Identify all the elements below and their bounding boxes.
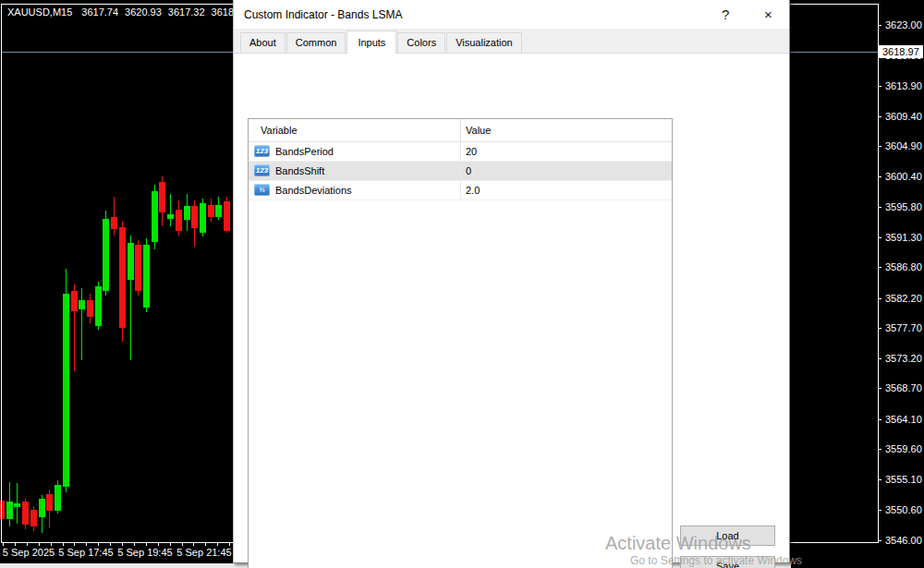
price-tick [879, 146, 881, 147]
price-tick-label: 3586.80 [885, 260, 922, 273]
candle [152, 191, 158, 242]
time-tick [146, 543, 147, 546]
time-tick-label: 5 Sep 17:45 [58, 547, 113, 558]
time-tick [63, 543, 64, 546]
candle [135, 245, 141, 291]
candle [6, 502, 13, 519]
time-tick-label: 5 Sep 21:45 [176, 547, 231, 558]
column-divider [460, 119, 461, 141]
price-tick [879, 449, 881, 450]
row-column-divider [460, 181, 461, 199]
time-tick [3, 543, 4, 546]
candle [191, 206, 198, 229]
candle [167, 214, 174, 219]
fraction-param-icon: ½ [254, 184, 270, 196]
time-tick [122, 543, 123, 546]
high-value: 3620.93 [125, 6, 162, 18]
price-tick-label: 3609.40 [885, 110, 922, 123]
time-tick [27, 543, 28, 546]
price-tick [879, 510, 881, 511]
param-row[interactable]: 123BandsPeriod20 [249, 142, 672, 162]
time-tick [217, 543, 218, 546]
time-tick [98, 543, 99, 546]
time-tick [86, 543, 87, 546]
time-tick [229, 543, 230, 546]
price-tick [879, 207, 881, 208]
price-tick [879, 116, 881, 117]
column-header-variable: Variable [261, 125, 298, 136]
price-tick [879, 419, 881, 420]
help-button[interactable]: ? [722, 6, 729, 22]
price-tick [879, 267, 881, 268]
tab-inputs[interactable]: Inputs [346, 30, 396, 54]
price-tick [879, 479, 881, 480]
price-tick-label: 3555.10 [885, 473, 922, 486]
candle [159, 182, 165, 212]
price-tick [879, 358, 881, 359]
candle [143, 245, 150, 308]
chart-ohlc-header: XAUUSD,M153617.743620.933617.323618.97 [7, 6, 254, 18]
candle [22, 502, 29, 525]
candle [176, 210, 182, 231]
price-tick-label: 3613.90 [885, 79, 922, 92]
time-tick [134, 543, 135, 546]
param-value-cell[interactable]: 0 [466, 165, 471, 176]
close-icon[interactable]: × [764, 6, 772, 22]
param-row[interactable]: ½BandsDeviations2.0 [249, 181, 672, 200]
time-tick [182, 543, 183, 546]
time-tick [74, 543, 75, 546]
dialog-titlebar[interactable]: Custom Indicator - Bands LSMA ? × [234, 0, 789, 29]
time-tick [170, 543, 171, 546]
price-tick-label: 3577.70 [885, 321, 922, 334]
open-value: 3617.74 [81, 6, 118, 18]
tab-common[interactable]: Common [286, 32, 346, 53]
price-tick [879, 388, 881, 389]
price-tick [879, 25, 881, 26]
price-tick-label: 3546.00 [885, 534, 922, 547]
tab-about[interactable]: About [240, 32, 286, 53]
integer-param-icon: 123 [254, 145, 270, 157]
candle [95, 286, 102, 327]
candle [87, 300, 93, 317]
price-tick-label: 3591.30 [885, 231, 922, 244]
candle [215, 205, 222, 217]
current-price-badge: 3618.97 [879, 45, 923, 58]
param-row[interactable]: 123BandsShift0 [249, 162, 672, 181]
dialog-title: Custom Indicator - Bands LSMA [244, 8, 402, 21]
tab-visualization[interactable]: Visualization [446, 32, 522, 53]
row-column-divider [460, 162, 461, 180]
integer-param-icon: 123 [254, 164, 270, 176]
load-button[interactable]: Load [680, 526, 775, 546]
price-tick-label: 3600.40 [885, 170, 922, 183]
param-value-cell[interactable]: 20 [466, 146, 477, 157]
symbol-timeframe-label: XAUUSD,M15 [7, 6, 72, 18]
price-tick-label: 3568.70 [885, 381, 922, 394]
candle [63, 294, 69, 487]
candle [111, 217, 117, 229]
tab-colors[interactable]: Colors [397, 32, 445, 53]
candle [30, 510, 37, 526]
candle [79, 300, 85, 309]
candle [184, 206, 190, 220]
save-button[interactable]: Save [680, 556, 775, 568]
candle [39, 499, 45, 517]
candle [103, 219, 109, 291]
low-value: 3617.32 [168, 6, 205, 18]
chart-frame-left [1, 4, 2, 543]
price-axis[interactable]: 3623.003618.503613.903609.403604.903600.… [879, 0, 924, 564]
price-tick [879, 298, 881, 299]
column-header-value: Value [466, 125, 491, 136]
price-tick-label: 3573.20 [885, 352, 922, 365]
price-tick-label: 3595.80 [885, 200, 922, 213]
inputs-tab-page: Variable Value 123BandsPeriod20123BandsS… [234, 54, 789, 562]
param-value-cell[interactable]: 2.0 [466, 185, 480, 196]
param-name-cell: BandsDeviations [275, 185, 352, 196]
price-tick [879, 328, 881, 329]
time-tick-label: 5 Sep 2025 [3, 547, 55, 558]
metatrader-window: XAUUSD,M153617.743620.933617.323618.97 3… [0, 0, 924, 568]
price-tick-label: 3582.20 [885, 292, 922, 305]
param-name-cell: BandsShift [275, 165, 324, 176]
price-tick-label: 3550.60 [885, 503, 922, 516]
price-tick [879, 176, 881, 177]
time-tick-label: 5 Sep 19:45 [117, 547, 172, 558]
